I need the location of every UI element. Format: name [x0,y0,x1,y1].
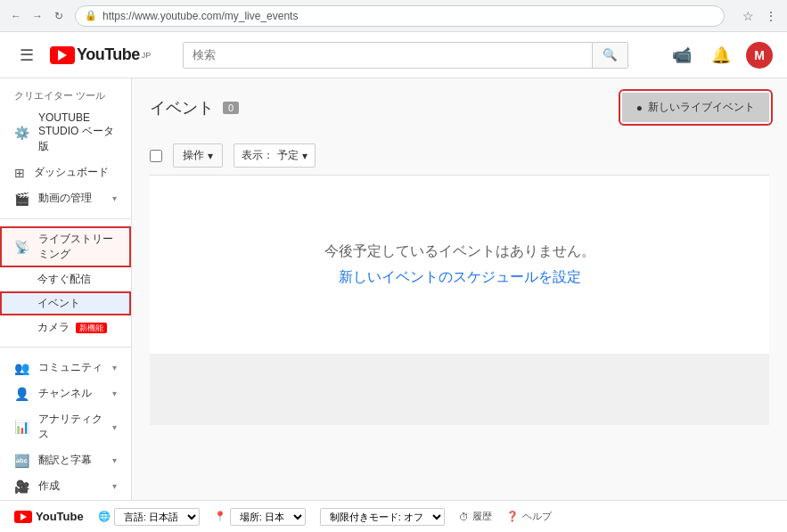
events-header: イベント 0 ● 新しいライブイベント [150,93,769,122]
location-select[interactable]: 場所: 日本 [230,508,306,526]
footer-restricted-mode[interactable]: 制限付きモード: オフ [320,508,445,526]
sidebar-item-video-management[interactable]: 🎬 動画の管理 ▾ [0,185,131,211]
browser-nav-buttons: ← → ↻ [7,7,68,25]
language-select[interactable]: 言語: 日本語 [114,508,200,526]
sidebar-item-events[interactable]: イベント [0,291,131,315]
analytics-icon: 📊 [14,420,29,434]
url-text: https://www.youtube.com/my_live_events [102,10,298,22]
camera-label: カメラ [37,321,70,333]
sidebar-divider-1 [0,218,131,219]
sidebar-divider-2 [0,347,131,348]
footer-history[interactable]: ⏱ 履歴 [459,510,492,523]
chevron-down-icon: ▾ [112,193,117,203]
footer-help[interactable]: ❓ ヘルプ [506,510,552,523]
search-bar: 🔍 [183,42,628,69]
community-icon: 👥 [14,361,29,375]
sidebar-item-live-now[interactable]: 今すぐ配信 [0,267,131,291]
page-title: イベント [150,97,214,119]
logo-text: YouTube [77,45,140,64]
create-icon: 🎥 [14,479,29,494]
footer-language[interactable]: 🌐 言語: 日本語 [98,508,200,526]
chevron-down-icon-6: ▾ [112,481,117,491]
operations-button[interactable]: 操作 ▾ [173,143,223,168]
search-input[interactable] [184,43,592,68]
operations-label: 操作 [183,148,204,163]
empty-state-link[interactable]: 新しいイベントのスケジュールを設定 [339,268,581,287]
logo-sup: JP [142,51,152,60]
forward-button[interactable]: → [29,7,46,25]
translation-label: 翻訳と字幕 [38,453,92,468]
chevron-down-icon-2: ▾ [112,363,117,372]
new-event-button[interactable]: ● 新しいライブイベント [622,93,769,122]
history-icon: ⏱ [459,512,469,522]
history-label: 履歴 [472,510,492,523]
help-label: ヘルプ [522,510,552,523]
back-button[interactable]: ← [7,7,25,25]
lock-icon: 🔒 [85,10,97,21]
footer-location[interactable]: 📍 場所: 日本 [214,508,306,526]
live-streaming-icon: 📡 [14,240,29,254]
empty-state: 今後予定しているイベントはありません。 新しいイベントのスケジュールを設定 [150,176,769,354]
empty-state-text: 今後予定しているイベントはありません。 [324,242,595,261]
sidebar-item-dashboard[interactable]: ⊞ ダッシュボード [0,160,131,185]
sidebar-item-youtube-studio[interactable]: ⚙️ YOUTUBE STUDIO ベータ版 [0,106,131,160]
notifications-button[interactable]: 🔔 [707,41,735,70]
video-camera-button[interactable]: 📹 [668,41,696,70]
youtube-logo-icon [50,46,75,64]
sidebar-item-channel[interactable]: 👤 チャンネル ▾ [0,381,131,406]
events-label: イベント [37,297,80,309]
translation-icon: 🔤 [14,454,29,468]
youtube-studio-label: YOUTUBE STUDIO ベータ版 [38,111,117,154]
chevron-down-icon-5: ▾ [112,455,117,465]
events-count-badge: 0 [223,102,239,114]
globe-icon: 🌐 [98,511,111,522]
sidebar-item-analytics[interactable]: 📊 アナリティクス ▾ [0,406,131,447]
gear-icon: ⚙️ [14,126,29,140]
footer-logo-text: YouTube [36,510,84,523]
app-container: ☰ YouTubeJP 🔍 📹 🔔 M クリエイター ツール ⚙️ YOUTUB… [0,32,787,532]
creator-tools-title: クリエイター ツール [0,78,131,106]
analytics-label: アナリティクス [38,412,103,442]
chevron-down-icon-3: ▾ [112,389,117,398]
channel-label: チャンネル [38,386,92,401]
live-now-label: 今すぐ配信 [37,273,91,285]
view-label: 表示： [242,148,274,163]
chevron-down-icon-7: ▾ [208,150,213,162]
sidebar-item-live-streaming[interactable]: 📡 ライブストリーミング [0,226,131,267]
main-area: クリエイター ツール ⚙️ YOUTUBE STUDIO ベータ版 ⊞ ダッシュ… [0,78,787,500]
avatar-button[interactable]: M [746,42,773,69]
events-title-row: イベント 0 [150,97,239,119]
restricted-mode-select[interactable]: 制限付きモード: オフ [320,508,445,526]
plus-icon: ● [636,102,643,114]
sidebar-item-camera[interactable]: カメラ 新機能 [0,315,131,340]
new-badge: 新機能 [76,323,107,333]
dashboard-label: ダッシュボード [34,165,109,180]
footer-logo-icon [14,511,32,523]
logo-area: YouTubeJP [50,45,151,64]
create-label: 作成 [38,479,60,494]
bookmark-button[interactable]: ☆ [739,7,757,25]
search-button[interactable]: 🔍 [592,43,627,68]
hamburger-button[interactable]: ☰ [14,43,39,68]
address-bar[interactable]: 🔒 https://www.youtube.com/my_live_events [75,5,725,27]
footer: YouTube 🌐 言語: 日本語 📍 場所: 日本 制限付きモード: オフ ⏱… [0,500,787,532]
dashboard-icon: ⊞ [14,166,25,180]
footer-logo: YouTube [14,510,84,523]
help-icon: ❓ [506,511,519,522]
browser-chrome: ← → ↻ 🔒 https://www.youtube.com/my_live_… [0,0,787,32]
sidebar-item-create[interactable]: 🎥 作成 ▾ [0,473,131,499]
topbar: ☰ YouTubeJP 🔍 📹 🔔 M [0,32,787,78]
video-management-label: 動画の管理 [38,191,92,206]
menu-button[interactable]: ⋮ [762,7,780,25]
new-event-label: 新しいライブイベント [648,100,755,115]
chevron-down-icon-4: ▾ [112,422,117,432]
view-select[interactable]: 表示： 予定 ▾ [234,143,316,168]
sidebar-item-community[interactable]: 👥 コミュニティ ▾ [0,355,131,381]
refresh-button[interactable]: ↻ [50,7,68,25]
sidebar-item-translation[interactable]: 🔤 翻訳と字幕 ▾ [0,447,131,473]
sidebar: クリエイター ツール ⚙️ YOUTUBE STUDIO ベータ版 ⊞ ダッシュ… [0,78,132,500]
live-streaming-label: ライブストリーミング [38,232,117,262]
topbar-right: 📹 🔔 M [668,41,773,70]
content-area: イベント 0 ● 新しいライブイベント 操作 ▾ 表示： 予定 ▾ [132,78,787,500]
select-all-checkbox[interactable] [150,150,162,162]
